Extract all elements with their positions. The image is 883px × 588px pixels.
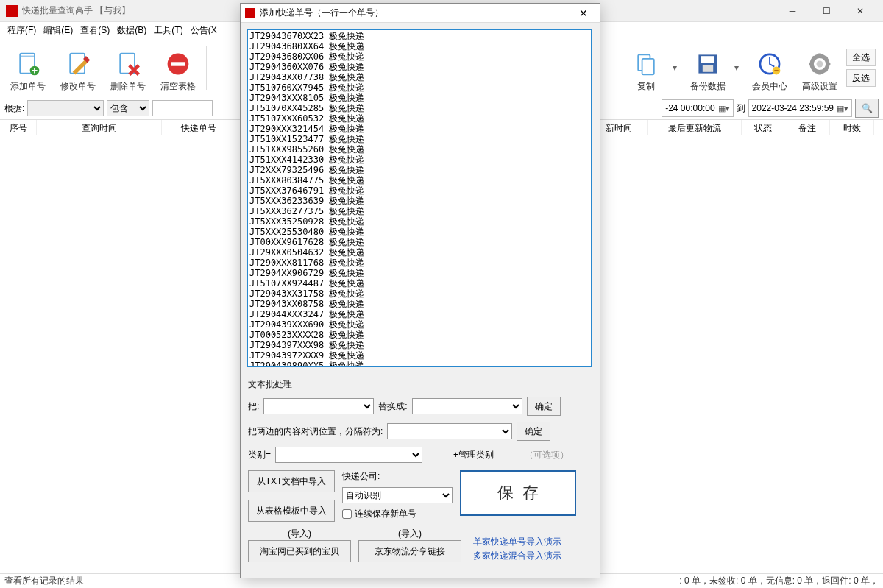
backup-button[interactable]: 备份数据: [684, 41, 731, 94]
copy-icon: [631, 49, 661, 79]
svg-rect-9: [701, 56, 714, 63]
svg-rect-14: [774, 70, 778, 71]
select-all-button[interactable]: 全选: [846, 49, 876, 66]
right-buttons: 全选 反选: [846, 49, 876, 87]
svg-rect-10: [703, 65, 713, 72]
page-plus-icon: [13, 49, 43, 79]
column-header[interactable]: 序号: [0, 120, 37, 135]
column-header[interactable]: 备注: [784, 120, 830, 135]
text-processing-label: 文本批处理: [248, 378, 592, 391]
demo-multi-link[interactable]: 多家快递混合导入演示: [473, 550, 561, 562]
import-txt-button[interactable]: 从TXT文档中导入: [248, 470, 335, 492]
search-button[interactable]: 🔍: [855, 99, 879, 118]
floppy-icon: [693, 49, 723, 79]
column-header[interactable]: 查询时间: [37, 120, 162, 135]
svg-rect-7: [642, 59, 654, 75]
add-number-button[interactable]: 添加单号: [4, 41, 52, 94]
member-center-button[interactable]: 会员中心: [746, 41, 793, 94]
dialog-title: 添加快递单号（一行一个单号）: [260, 7, 572, 19]
minimize-button[interactable]: ─: [776, 0, 809, 22]
edit-number-button[interactable]: 修改单号: [54, 41, 102, 94]
filter-value-input[interactable]: [152, 100, 213, 116]
keep-new-checkbox-input[interactable]: [342, 509, 352, 519]
optional-label: （可选项）: [525, 449, 569, 461]
company-select[interactable]: 自动识别: [342, 487, 453, 503]
close-button[interactable]: ✕: [843, 0, 877, 22]
replace-from-label: 把:: [248, 400, 259, 413]
add-number-dialog: 添加快递单号（一行一个单号） ✕ JT29043670XX23 极兔快递 JT2…: [240, 3, 600, 578]
keep-new-checkbox[interactable]: 连续保存新单号: [342, 508, 453, 520]
page-pencil-icon: [63, 49, 93, 79]
taobao-header: (导入): [288, 528, 311, 540]
save-button[interactable]: 保存: [460, 470, 576, 516]
window-controls: ─ ☐ ✕: [776, 0, 877, 22]
delete-number-button[interactable]: 删除单号: [104, 41, 152, 94]
gear-icon: [805, 49, 834, 79]
copy-button[interactable]: 复制: [623, 41, 670, 94]
menu-program[interactable]: 程序(F): [4, 23, 39, 38]
jd-header: (导入): [398, 528, 422, 540]
replace-from-input[interactable]: [263, 398, 374, 414]
column-header[interactable]: 最后更新物流: [648, 120, 742, 135]
calendar-icon: ▦▾: [718, 104, 730, 113]
import-table-button[interactable]: 从表格模板中导入: [248, 500, 335, 522]
swap-label: 把两边的内容对调位置，分隔符为:: [248, 425, 383, 438]
date-from-input[interactable]: -24 00:00:00 ▦▾: [662, 99, 733, 117]
tracking-numbers-textarea[interactable]: JT29043670XX23 极兔快递 JT29043680XX64 极兔快递 …: [247, 29, 592, 367]
status-left: 查看所有记录的结果: [4, 575, 84, 587]
swap-ok-button[interactable]: 确定: [517, 422, 550, 441]
dialog-titlebar: 添加快递单号（一行一个单号） ✕: [241, 4, 600, 23]
column-header[interactable]: 快递单号: [162, 120, 235, 135]
invert-select-button[interactable]: 反选: [846, 69, 876, 87]
page-delete-icon: [113, 49, 143, 79]
search-icon: 🔍: [862, 103, 873, 113]
column-header[interactable]: 时效: [830, 120, 874, 135]
separator-input[interactable]: [387, 423, 512, 439]
clock-icon: [755, 49, 784, 79]
menu-tools[interactable]: 工具(T): [151, 23, 185, 38]
filter-label: 根据:: [4, 102, 24, 115]
replace-to-label: 替换成:: [378, 400, 407, 413]
to-label: 到: [737, 102, 745, 115]
menu-view[interactable]: 查看(S): [77, 23, 113, 38]
company-label: 快递公司:: [342, 470, 453, 483]
replace-to-input[interactable]: [412, 398, 522, 414]
column-header[interactable]: 状态: [742, 120, 784, 135]
svg-point-16: [817, 61, 823, 68]
date-from-text: -24 00:00:00: [665, 103, 714, 113]
separator: [206, 46, 207, 90]
jd-import-button[interactable]: 京东物流分享链接: [358, 540, 461, 562]
dropdown-arrow-icon[interactable]: ▾: [734, 63, 743, 73]
maximize-button[interactable]: ☐: [809, 0, 843, 22]
menu-data[interactable]: 数据(B): [114, 23, 149, 38]
dropdown-arrow-icon[interactable]: ▾: [673, 63, 681, 73]
dialog-close-button[interactable]: ✕: [572, 7, 595, 19]
svg-rect-5: [171, 62, 185, 65]
demo-single-link[interactable]: 单家快递单号导入演示: [473, 536, 561, 548]
date-to-input[interactable]: 2022-03-24 23:59:59 ▦▾: [748, 99, 852, 117]
menu-edit[interactable]: 编辑(E): [40, 23, 76, 38]
menu-notice[interactable]: 公告(X: [188, 23, 220, 38]
app-icon: [6, 5, 18, 17]
filter-field-select[interactable]: [27, 100, 104, 116]
replace-ok-button[interactable]: 确定: [527, 397, 561, 416]
clear-icon: [163, 49, 193, 79]
taobao-import-button[interactable]: 淘宝网已买到的宝贝: [248, 540, 351, 562]
date-to-text: 2022-03-24 23:59:59: [752, 103, 834, 113]
category-select[interactable]: [275, 447, 422, 463]
status-right: : 0 单，未签收: 0 单，无信息: 0 单，退回件: 0 单，: [679, 575, 879, 587]
dialog-icon: [245, 8, 255, 18]
manage-category-link[interactable]: +管理类别: [453, 449, 494, 461]
calendar-icon: ▦▾: [837, 104, 848, 113]
advanced-settings-button[interactable]: 高级设置: [796, 41, 843, 94]
category-label: 类别=: [248, 449, 271, 461]
filter-op-select[interactable]: 包含: [107, 100, 149, 116]
clear-table-button[interactable]: 清空表格: [155, 41, 202, 94]
